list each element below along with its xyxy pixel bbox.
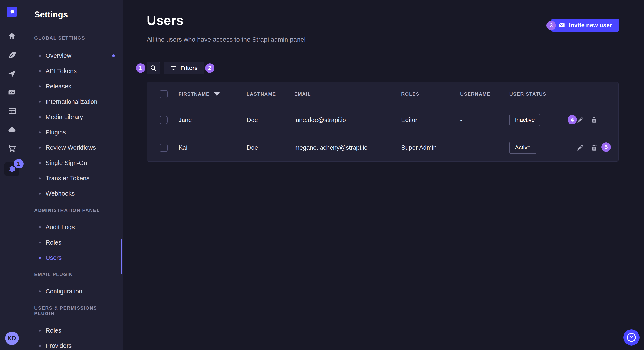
cell-roles: Super Admin	[401, 144, 460, 151]
select-all-cell	[147, 90, 178, 98]
cell-user-status: Active	[510, 142, 571, 154]
search-button[interactable]	[147, 62, 160, 74]
releases-nav-button[interactable]	[7, 68, 17, 79]
sidebar-title-divider	[34, 25, 44, 25]
strapi-logo-icon	[8, 8, 16, 15]
home-icon	[8, 32, 16, 41]
sidebar-scrollbar-thumb[interactable]	[121, 239, 122, 274]
sidebar-item-releases[interactable]: Releases	[34, 79, 118, 94]
sidebar-item-internationalization[interactable]: Internationalization	[34, 94, 118, 109]
sidebar-item-up-providers[interactable]: Providers	[34, 338, 118, 350]
cell-firstname: Kai	[178, 144, 246, 151]
cell-roles: Editor	[401, 117, 460, 124]
row-checkbox[interactable]	[160, 116, 168, 124]
column-header-lastname[interactable]: LASTNAME	[246, 91, 294, 97]
filters-button[interactable]: Filters	[164, 62, 204, 74]
sidebar-title: Settings	[34, 10, 118, 19]
sidebar-item-single-sign-on[interactable]: Single Sign-On	[34, 155, 118, 171]
annotation-mark-5: 5	[602, 143, 611, 152]
sidebar-item-users[interactable]: Users	[34, 250, 118, 265]
sidebar-item-admin-roles[interactable]: Roles	[34, 235, 118, 250]
bullet-icon	[39, 85, 41, 87]
trash-icon	[590, 116, 598, 124]
row-actions	[571, 115, 618, 125]
cell-lastname: Doe	[246, 117, 294, 124]
content-type-builder-nav-button[interactable]	[7, 106, 17, 116]
table-row[interactable]: Jane Doe jane.doe@strapi.io Editor - Ina…	[147, 106, 618, 134]
cell-firstname: Jane	[178, 117, 246, 124]
sort-descending-icon[interactable]	[214, 92, 220, 96]
cloud-icon	[8, 125, 16, 134]
cart-icon	[8, 144, 16, 153]
annotation-mark-2: 2	[205, 63, 214, 73]
status-badge: Active	[510, 142, 536, 154]
table-row[interactable]: Kai Doe megane.lacheny@strapi.io Super A…	[147, 134, 618, 161]
bullet-icon	[39, 226, 41, 228]
annotation-mark-1: 1	[136, 63, 145, 73]
main-nav-rail: 1 KD	[0, 0, 24, 350]
sidebar-item-media-library[interactable]: Media Library	[34, 109, 118, 125]
pencil-icon	[576, 116, 584, 124]
sidebar-item-overview[interactable]: Overview	[34, 48, 118, 63]
bullet-icon	[39, 242, 41, 243]
question-mark-icon: ?	[627, 333, 636, 342]
section-label-administration-panel: ADMINISTRATION PANEL	[34, 207, 118, 213]
annotation-mark-4: 4	[568, 115, 577, 124]
row-select-cell	[147, 144, 178, 152]
status-badge: Inactive	[510, 114, 540, 126]
rail-icon-list: 1	[4, 24, 20, 176]
sidebar-item-plugins[interactable]: Plugins	[34, 125, 118, 140]
column-header-roles[interactable]: ROLES	[401, 91, 460, 97]
page-header-text: Users All the users who have access to t…	[147, 12, 306, 43]
home-nav-button[interactable]	[7, 31, 17, 41]
settings-notification-badge: 1	[14, 159, 24, 169]
content-manager-nav-button[interactable]	[7, 50, 17, 60]
bullet-icon	[39, 162, 41, 164]
paper-plane-icon	[8, 69, 16, 78]
sidebar-item-api-tokens[interactable]: API Tokens	[34, 63, 118, 79]
sidebar-item-webhooks[interactable]: Webhooks	[34, 186, 118, 201]
invite-new-user-button[interactable]: Invite new user	[551, 19, 619, 32]
sidebar-item-audit-logs[interactable]: Audit Logs	[34, 219, 118, 235]
bullet-icon	[39, 70, 41, 72]
row-checkbox[interactable]	[160, 144, 168, 152]
column-header-email[interactable]: EMAIL	[294, 91, 401, 97]
section-list-email-plugin: Configuration	[34, 284, 118, 299]
sidebar-item-review-workflows[interactable]: Review Workflows	[34, 140, 118, 155]
strapi-logo[interactable]	[6, 6, 17, 17]
section-list-global-settings: Overview API Tokens Releases Internation…	[34, 48, 118, 201]
media-library-nav-button[interactable]	[7, 87, 17, 97]
bullet-icon	[39, 345, 41, 347]
deployments-nav-button[interactable]	[7, 125, 17, 135]
column-header-username[interactable]: USERNAME	[460, 91, 510, 97]
section-label-global-settings: GLOBAL SETTINGS	[34, 35, 118, 41]
section-list-users-permissions-plugin: Roles Providers	[34, 323, 118, 350]
user-avatar[interactable]: KD	[5, 332, 19, 345]
column-header-firstname[interactable]: FIRSTNAME	[178, 91, 246, 97]
users-table: FIRSTNAME LASTNAME EMAIL ROLES USERNAME …	[147, 82, 619, 162]
delete-user-button[interactable]	[590, 143, 599, 153]
sidebar-item-transfer-tokens[interactable]: Transfer Tokens	[34, 171, 118, 186]
help-button[interactable]: ?	[623, 329, 640, 346]
settings-nav-button[interactable]: 1	[4, 162, 20, 176]
column-header-user-status[interactable]: USER STATUS	[510, 91, 571, 97]
row-actions	[571, 143, 618, 153]
edit-user-button[interactable]	[576, 143, 585, 153]
pencil-icon	[576, 144, 584, 151]
feather-icon	[8, 50, 16, 59]
cell-email: jane.doe@strapi.io	[294, 117, 401, 124]
search-icon	[150, 64, 157, 72]
marketplace-nav-button[interactable]	[7, 143, 17, 154]
bullet-icon	[39, 147, 41, 149]
row-select-cell	[147, 116, 178, 124]
select-all-checkbox[interactable]	[160, 90, 168, 98]
sidebar-item-email-configuration[interactable]: Configuration	[34, 284, 118, 299]
cell-username: -	[460, 117, 510, 124]
envelope-icon	[558, 22, 565, 29]
logo-container	[0, 0, 24, 24]
section-list-administration-panel: Audit Logs Roles Users	[34, 219, 118, 265]
delete-user-button[interactable]	[590, 115, 599, 125]
sidebar-item-up-roles[interactable]: Roles	[34, 323, 118, 338]
bullet-icon	[39, 131, 41, 133]
filter-icon	[170, 65, 177, 71]
